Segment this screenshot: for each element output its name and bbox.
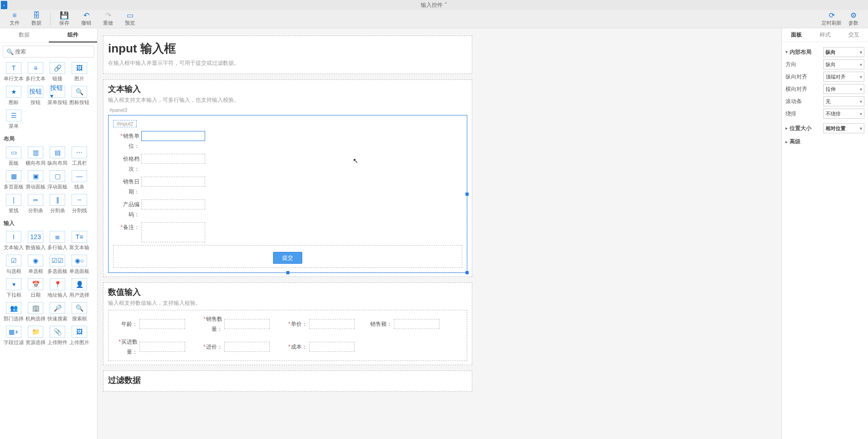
- palette-item[interactable]: ≣多行输入: [46, 231, 68, 251]
- palette-item[interactable]: 👥部门选择: [3, 302, 25, 322]
- palette-item[interactable]: —线条: [68, 170, 90, 190]
- field-label: 产品编码：: [113, 199, 141, 220]
- group-pos-size[interactable]: 位置大小 相对位置▾: [785, 123, 864, 133]
- palette-item[interactable]: ▥横向布局: [25, 146, 46, 167]
- right-tab-interact[interactable]: 交互: [839, 28, 868, 42]
- component-label: 图标按钮: [69, 99, 89, 106]
- save-button[interactable]: 💾保存: [53, 11, 75, 27]
- palette-item[interactable]: ▤纵向布局: [46, 146, 68, 167]
- number-field[interactable]: [224, 342, 270, 352]
- data-button[interactable]: 🗄数据: [26, 11, 47, 27]
- palette-item[interactable]: ☑勾选框: [3, 255, 25, 275]
- palette-item[interactable]: ◉○单选面板: [68, 255, 90, 275]
- palette-item[interactable]: ═分割条: [25, 194, 46, 214]
- palette-item[interactable]: ⋯工具栏: [68, 146, 90, 167]
- pos-select[interactable]: 相对位置▾: [823, 123, 864, 133]
- valign-select[interactable]: 顶端对齐▾: [823, 72, 864, 82]
- palette-item[interactable]: 🔎快速搜索: [46, 302, 68, 322]
- palette-item[interactable]: ▦多页面板: [3, 170, 25, 190]
- palette-item[interactable]: 🖼上传图片: [68, 326, 90, 346]
- file-button[interactable]: ≡文件: [4, 11, 26, 27]
- palette-item[interactable]: 按钮▾菜单按钮: [46, 86, 68, 106]
- text-field[interactable]: [141, 154, 205, 164]
- palette-item[interactable]: 📍地址输入: [46, 278, 68, 298]
- palette-item[interactable]: T≡富文本输: [68, 231, 90, 251]
- component-label: 图标: [9, 99, 19, 106]
- card-num-input[interactable]: 数值输入 输入框支持数值输入，支持输入校验。 年龄：*销售数量：*单价：销售额：…: [103, 282, 472, 365]
- palette-item[interactable]: ☰菜单: [3, 110, 25, 130]
- text-field[interactable]: [141, 131, 205, 141]
- palette-item[interactable]: T单行文本: [3, 62, 25, 82]
- palette-item[interactable]: 📅日期: [25, 278, 46, 298]
- palette-item[interactable]: ‖分割条: [46, 194, 68, 214]
- component-label: 文本输入: [4, 244, 24, 251]
- right-tab-style[interactable]: 样式: [811, 28, 839, 42]
- resize-handle-bottom[interactable]: [286, 271, 289, 274]
- component-icon: ☑: [6, 255, 21, 267]
- palette-item[interactable]: ◉单选框: [25, 255, 46, 275]
- direction-select[interactable]: 纵向▾: [823, 59, 864, 69]
- inner-layout-select[interactable]: 纵向▾: [823, 47, 864, 57]
- component-search-input[interactable]: [3, 46, 94, 57]
- undo-button[interactable]: ↶撤销: [75, 11, 97, 27]
- palette-item[interactable]: ☑☑多选面板: [46, 255, 68, 275]
- expand-left-handle[interactable]: ›: [1, 1, 7, 9]
- palette-item[interactable]: ▾下拉框: [3, 278, 25, 298]
- palette-item[interactable]: ★图标: [3, 86, 25, 106]
- number-field[interactable]: [309, 342, 355, 352]
- card-text-input[interactable]: 文本输入 输入框支持文本输入，可多行输入，也支持输入校验。 #panel3 #i…: [103, 79, 472, 277]
- left-panel: 数据 组件 🔍 T单行文本≡多行文本🔗链接🖼图片★图标按钮按钮按钮▾菜单按钮🔍图…: [0, 28, 98, 439]
- timed-refresh-button[interactable]: ⟳定时刷新: [821, 11, 842, 27]
- component-label: 下拉框: [6, 292, 21, 298]
- resize-handle-corner[interactable]: [465, 271, 469, 274]
- wrap-select[interactable]: 不绕排▾: [823, 109, 864, 119]
- number-field[interactable]: [394, 319, 439, 329]
- palette-item[interactable]: I文本输入: [3, 231, 25, 251]
- group-inner-layout[interactable]: 内部布局 纵向▾: [785, 47, 864, 57]
- preview-button[interactable]: ▭预览: [119, 11, 141, 27]
- page-title-dropdown[interactable]: 输入控件 ˅: [421, 1, 447, 9]
- redo-button[interactable]: ↷重做: [97, 11, 119, 27]
- palette-item[interactable]: 📎上传附件: [46, 326, 68, 346]
- component-icon: 🖼: [72, 62, 87, 74]
- group-advanced[interactable]: 高级: [785, 138, 864, 146]
- number-field[interactable]: [224, 319, 270, 329]
- textarea-field[interactable]: [141, 222, 205, 242]
- number-field[interactable]: [140, 319, 185, 329]
- submit-button[interactable]: 提交: [273, 252, 302, 264]
- text-field[interactable]: [141, 177, 205, 187]
- design-canvas[interactable]: input 输入框 在输入框中输入并显示字符，可用于提交或过滤数据。 文本输入 …: [98, 28, 781, 439]
- scroll-select[interactable]: 无▾: [823, 96, 864, 106]
- palette-item[interactable]: 🖼图片: [68, 62, 90, 82]
- params-button[interactable]: ⚙参数: [842, 11, 864, 27]
- palette-item[interactable]: ▣滑动面板: [25, 170, 46, 190]
- card-filter[interactable]: 过滤数据: [103, 371, 472, 392]
- palette-item[interactable]: ▦+字段过滤: [3, 326, 25, 346]
- text-field[interactable]: [141, 199, 205, 209]
- component-label: 面板: [9, 160, 19, 167]
- panel3-selected[interactable]: #input2 *销售单位：价格档次：销售日期：产品编码：*备注： 提交: [108, 115, 467, 273]
- palette-item[interactable]: ┄分割线: [68, 194, 90, 214]
- palette-item[interactable]: 按钮按钮: [25, 86, 46, 106]
- palette-item[interactable]: |竖线: [3, 194, 25, 214]
- halign-select[interactable]: 拉伸▾: [823, 84, 864, 94]
- left-tab-components[interactable]: 组件: [49, 28, 98, 42]
- component-label: 勾选框: [6, 268, 21, 275]
- number-field[interactable]: [309, 319, 355, 329]
- palette-item[interactable]: 🔍搜索框: [68, 302, 90, 322]
- card-intro[interactable]: input 输入框 在输入框中输入并显示字符，可用于提交或过滤数据。: [103, 36, 472, 74]
- palette-item[interactable]: 👤用户选择: [68, 278, 90, 298]
- palette-item[interactable]: 📁资源选择: [25, 326, 46, 346]
- resize-handle-right[interactable]: [465, 193, 469, 196]
- component-label: 字段过滤: [4, 339, 24, 346]
- right-tab-panel[interactable]: 面板: [782, 28, 811, 42]
- left-tab-data[interactable]: 数据: [0, 28, 49, 42]
- palette-item[interactable]: ▭面板: [3, 146, 25, 167]
- palette-item[interactable]: 🔗链接: [46, 62, 68, 82]
- palette-item[interactable]: ≡多行文本: [25, 62, 46, 82]
- palette-item[interactable]: ▢浮动面板: [46, 170, 68, 190]
- palette-item[interactable]: 123数值输入: [25, 231, 46, 251]
- palette-item[interactable]: 🔍图标按钮: [68, 86, 90, 106]
- palette-item[interactable]: 🏢机构选择: [25, 302, 46, 322]
- number-field[interactable]: [140, 342, 185, 352]
